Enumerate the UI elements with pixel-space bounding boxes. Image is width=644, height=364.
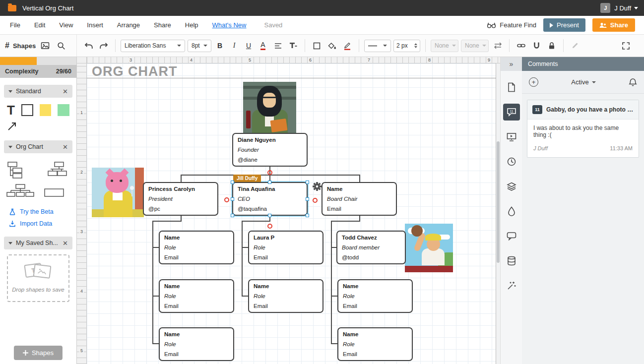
org-chart-shape-1[interactable] xyxy=(6,161,35,179)
selection-handle[interactable] xyxy=(306,197,309,201)
present-panel-button[interactable] xyxy=(503,128,520,145)
user-menu[interactable]: J Duff xyxy=(614,4,638,12)
org-node-diane[interactable]: Diane Nguyen Founder @diane xyxy=(232,133,308,167)
arrow-start-select[interactable]: None xyxy=(431,40,458,52)
selection-handle[interactable] xyxy=(306,214,309,217)
document-folder-icon[interactable] xyxy=(8,5,16,11)
magnetize-button[interactable] xyxy=(530,39,543,52)
menu-edit[interactable]: Edit xyxy=(27,21,52,29)
italic-button[interactable]: I xyxy=(228,39,240,52)
selection-handle[interactable] xyxy=(268,181,271,184)
line-width-stepper[interactable]: 2 px xyxy=(393,40,420,52)
org-node[interactable]: Name Role Email xyxy=(248,279,323,313)
org-node-princess-carolyn[interactable]: Princess Carolyn President @pc xyxy=(143,182,218,216)
user-avatar[interactable]: J xyxy=(600,3,610,13)
feature-find-button[interactable]: Feature Find xyxy=(487,21,536,29)
selection-handle[interactable] xyxy=(231,197,234,201)
menu-share[interactable]: Share xyxy=(147,21,178,29)
menu-help[interactable]: Help xyxy=(178,21,205,29)
line-color-button[interactable] xyxy=(341,39,354,52)
org-chart-shape-2[interactable] xyxy=(40,161,68,179)
org-node-tina-selected[interactable]: Tina Aquafina CEO @taquafina xyxy=(232,182,308,216)
history-panel-button[interactable] xyxy=(503,153,520,170)
selection-handle[interactable] xyxy=(268,214,271,217)
undo-button[interactable] xyxy=(82,39,95,52)
menu-view[interactable]: View xyxy=(52,21,80,29)
underline-button[interactable]: U xyxy=(243,39,255,52)
org-chart-shape-4[interactable] xyxy=(40,184,68,202)
fill-color-button[interactable] xyxy=(325,39,338,52)
menu-arrange[interactable]: Arrange xyxy=(110,21,147,29)
shapes-manager-button[interactable]: # Shapes xyxy=(5,41,36,50)
section-standard[interactable]: Standard ✕ xyxy=(4,85,72,98)
connection-point[interactable] xyxy=(267,224,272,229)
bold-button[interactable]: B xyxy=(214,39,226,52)
swap-arrows-button[interactable] xyxy=(491,39,504,52)
org-node[interactable]: Name Role Email xyxy=(337,327,413,361)
whats-new-link[interactable]: What's New xyxy=(205,21,254,29)
comment-thread-header[interactable]: 11 Gabby, do you have a photo of ... xyxy=(527,100,639,120)
org-node[interactable]: Name Role Email xyxy=(159,327,234,361)
present-button[interactable]: Present xyxy=(543,18,585,32)
menu-file[interactable]: File xyxy=(3,21,27,29)
notifications-bell-icon[interactable] xyxy=(629,78,637,87)
magic-panel-button[interactable] xyxy=(503,277,520,294)
text-shape[interactable]: T xyxy=(7,104,15,117)
insert-image-button[interactable] xyxy=(39,39,52,52)
org-node[interactable]: Name Role Email xyxy=(159,231,234,264)
font-size-select[interactable]: 8pt xyxy=(188,40,211,52)
canvas[interactable]: 3 4 5 6 7 8 9 1 2 3 4 5 ORG CHART xyxy=(77,57,500,364)
search-shapes-button[interactable] xyxy=(55,39,67,52)
document-title[interactable]: Vertical Org Chart xyxy=(22,4,73,12)
org-node[interactable]: Name Role Email xyxy=(337,279,413,313)
comments-panel-button[interactable]: 11 xyxy=(503,104,520,121)
styles-panel-button[interactable] xyxy=(503,203,520,220)
add-shapes-button[interactable]: Shapes xyxy=(14,346,63,360)
arrow-end-select[interactable]: None xyxy=(461,40,489,52)
add-comment-button[interactable]: + xyxy=(529,77,538,87)
collapse-panel-button[interactable]: » xyxy=(501,57,522,71)
menu-insert[interactable]: Insert xyxy=(80,21,110,29)
lock-button[interactable] xyxy=(545,39,558,52)
saved-shapes-dropzone[interactable]: T Drop shapes to save xyxy=(7,254,69,302)
connection-point[interactable] xyxy=(313,198,318,203)
try-beta-link[interactable]: Try the Beta xyxy=(0,206,76,218)
text-color-button[interactable]: A xyxy=(257,39,269,52)
rectangle-shape[interactable] xyxy=(21,104,33,116)
selection-handle[interactable] xyxy=(231,214,234,217)
selection-handle[interactable] xyxy=(306,181,309,184)
org-chart-shape-3[interactable] xyxy=(6,184,35,202)
pen-tool-button[interactable] xyxy=(569,39,581,52)
todd-photo[interactable] xyxy=(405,224,453,272)
share-button[interactable]: Share xyxy=(592,18,635,32)
connection-point[interactable] xyxy=(267,170,272,175)
comment-thread[interactable]: 11 Gabby, do you have a photo of ... I w… xyxy=(527,100,639,158)
hyperlink-button[interactable] xyxy=(515,39,527,52)
org-node[interactable]: Name Role Email xyxy=(159,279,234,313)
shape-style-button[interactable] xyxy=(310,39,323,52)
scrollbar-thumb[interactable] xyxy=(497,141,500,263)
org-node-todd[interactable]: Todd Chavez Board member @todd xyxy=(336,231,406,264)
line-style-select[interactable] xyxy=(364,40,391,52)
stepper-arrows-icon[interactable] xyxy=(414,43,417,48)
connection-point[interactable] xyxy=(224,197,229,202)
close-section-icon[interactable]: ✕ xyxy=(63,144,68,150)
green-block-shape[interactable] xyxy=(58,104,69,116)
text-options-button[interactable] xyxy=(287,39,300,52)
pages-panel-button[interactable] xyxy=(503,79,520,96)
chat-panel-button[interactable] xyxy=(503,228,520,244)
layers-panel-button[interactable] xyxy=(503,178,520,195)
import-data-link[interactable]: Import Data xyxy=(0,218,76,230)
close-section-icon[interactable]: ✕ xyxy=(63,240,68,246)
font-family-select[interactable]: Liberation Sans xyxy=(121,40,185,52)
arrow-shape[interactable] xyxy=(7,121,18,131)
shape-options-gear-icon[interactable] xyxy=(312,182,322,191)
close-section-icon[interactable]: ✕ xyxy=(63,88,68,95)
sticky-note-shape[interactable] xyxy=(40,104,52,116)
text-align-button[interactable] xyxy=(271,39,284,52)
comments-filter-select[interactable]: Active xyxy=(568,78,598,86)
org-node-laura[interactable]: Laura P Role Email xyxy=(248,231,323,264)
data-panel-button[interactable] xyxy=(503,252,520,269)
diane-photo[interactable] xyxy=(243,82,296,133)
page-title[interactable]: ORG CHART xyxy=(92,64,178,79)
